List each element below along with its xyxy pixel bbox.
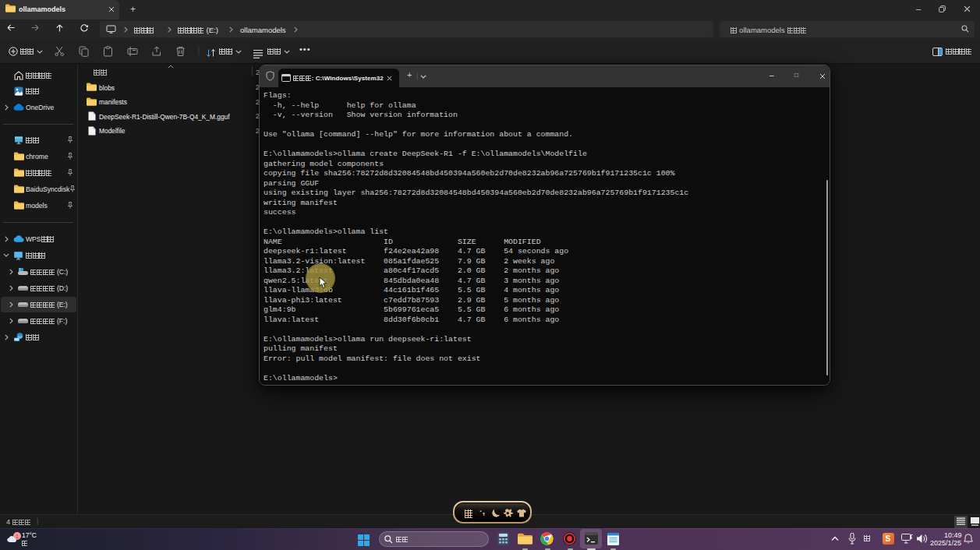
svg-text:1: 1 xyxy=(16,533,19,540)
